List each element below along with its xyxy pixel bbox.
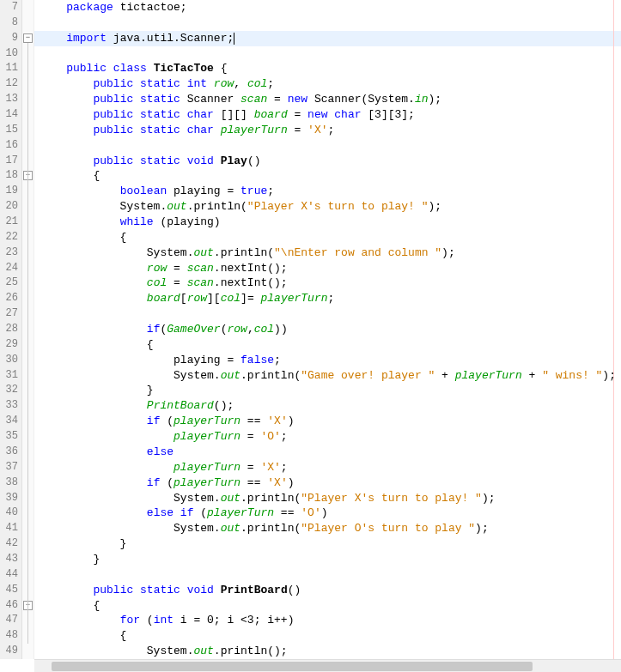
code-token (40, 399, 147, 412)
code-line[interactable]: boolean playing = true; (34, 184, 621, 199)
code-token: ]= (240, 292, 260, 305)
code-token (40, 262, 147, 275)
code-line[interactable]: { (34, 628, 621, 644)
code-token (40, 430, 174, 443)
code-token: ; (281, 461, 288, 474)
code-line[interactable]: System.out.println("Game over! player " … (34, 368, 621, 384)
code-line[interactable]: { (34, 598, 621, 614)
code-token: ); (441, 246, 455, 259)
line-number: 37 (0, 460, 18, 475)
line-number: 45 (0, 583, 18, 598)
code-token (214, 124, 221, 136)
code-line[interactable]: public static char [][] board = new char… (34, 107, 621, 123)
code-token: playerTurn (174, 415, 240, 427)
code-token: ; (328, 292, 335, 305)
code-token: ; (267, 77, 274, 90)
code-line[interactable]: public static void PrintBoard() (34, 583, 621, 598)
code-line[interactable]: for (int i = 0; i <3; i++) (34, 613, 621, 628)
code-line[interactable]: playerTurn = 'X'; (34, 460, 621, 475)
code-line[interactable]: System.out.println("Player O's turn to p… (34, 521, 621, 536)
code-token (147, 62, 154, 75)
code-token: System. (40, 492, 221, 505)
horizontal-scrollbar[interactable] (34, 659, 621, 672)
code-token: .nextInt(); (214, 262, 288, 275)
line-number: 46 (0, 598, 18, 614)
code-line[interactable]: col = scan.nextInt(); (34, 275, 621, 291)
code-line[interactable]: public static char playerTurn = 'X'; (34, 123, 621, 138)
horizontal-scrollbar-thumb[interactable] (52, 662, 533, 671)
code-editor[interactable]: 7891011121314151617181920212223242526272… (0, 0, 621, 659)
code-token (40, 323, 147, 336)
code-token: 'O' (260, 430, 280, 443)
fold-toggle-icon[interactable]: − (23, 33, 33, 43)
code-token: ( (160, 476, 174, 489)
code-token: 'X' (260, 461, 280, 474)
code-token: , (247, 323, 254, 336)
code-token: () (288, 584, 301, 596)
code-token: package (66, 1, 113, 14)
code-token: { (40, 629, 126, 642)
line-number: 43 (0, 552, 18, 567)
code-token: == (240, 476, 267, 489)
code-line[interactable]: playing = false; (34, 353, 621, 368)
code-token: ); (475, 522, 489, 535)
code-line[interactable]: board[row][col]= playerTurn; (34, 291, 621, 306)
code-line[interactable]: while (playing) (34, 215, 621, 230)
code-line[interactable]: if(GameOver(row,col)) (34, 322, 621, 337)
code-line[interactable]: } (34, 552, 621, 567)
code-line[interactable] (34, 15, 621, 31)
code-token: { (40, 231, 126, 244)
code-token (40, 445, 147, 458)
code-token: .println( (240, 492, 301, 505)
code-line[interactable]: PrintBoard(); (34, 398, 621, 414)
code-token: public static void (93, 154, 213, 167)
code-token: System. (40, 645, 193, 657)
code-token: i = 0; i <3; i++) (174, 614, 294, 627)
fold-column[interactable]: −−− (22, 0, 34, 659)
code-token: if (147, 415, 161, 427)
code-line[interactable] (34, 567, 621, 583)
code-line[interactable]: row = scan.nextInt(); (34, 261, 621, 276)
code-line[interactable]: } (34, 383, 621, 398)
code-token: if (147, 323, 161, 336)
code-line[interactable]: if (playerTurn == 'X') (34, 414, 621, 429)
code-line[interactable]: { (34, 230, 621, 245)
line-number: 10 (0, 46, 18, 62)
line-number: 8 (0, 15, 18, 31)
right-margin-guide (613, 0, 614, 659)
code-line[interactable]: if (playerTurn == 'X') (34, 475, 621, 491)
code-line[interactable]: else (34, 445, 621, 460)
code-line[interactable]: import java.util.Scanner; (34, 31, 621, 46)
code-line[interactable]: public static int row, col; (34, 76, 621, 92)
line-number: 17 (0, 154, 18, 169)
code-line[interactable]: else if (playerTurn == 'O') (34, 506, 621, 521)
code-token: scan (187, 262, 214, 275)
code-token: { (40, 599, 100, 612)
code-line[interactable]: { (34, 168, 621, 184)
code-token: false (240, 354, 274, 366)
code-line[interactable]: package tictactoe; (34, 0, 621, 15)
code-line[interactable] (34, 46, 621, 62)
code-line[interactable]: public class TicTacToe { (34, 61, 621, 76)
code-token (40, 584, 93, 596)
code-line[interactable]: System.out.println("Player X's turn to p… (34, 199, 621, 215)
code-token: } (40, 537, 126, 550)
code-area[interactable]: package tictactoe; import java.util.Scan… (34, 0, 621, 659)
code-line[interactable] (34, 138, 621, 154)
code-line[interactable]: playerTurn = 'O'; (34, 429, 621, 445)
code-line[interactable]: public static void Play() (34, 154, 621, 169)
code-token: "Game over! player " (301, 369, 435, 382)
code-token (40, 124, 93, 136)
code-line[interactable]: } (34, 536, 621, 552)
line-number: 38 (0, 475, 18, 491)
code-token: ( (193, 506, 207, 519)
code-line[interactable] (34, 306, 621, 322)
code-line[interactable]: System.out.println("Player X's turn to p… (34, 491, 621, 506)
code-line[interactable]: System.out.println("\nEnter row and colu… (34, 245, 621, 261)
code-token: "\nEnter row and column " (274, 246, 441, 259)
code-token (40, 506, 147, 519)
code-token (40, 292, 147, 305)
code-line[interactable]: public static Scanner scan = new Scanner… (34, 92, 621, 107)
code-line[interactable]: { (34, 337, 621, 353)
code-line[interactable]: System.out.println(); (34, 644, 621, 659)
